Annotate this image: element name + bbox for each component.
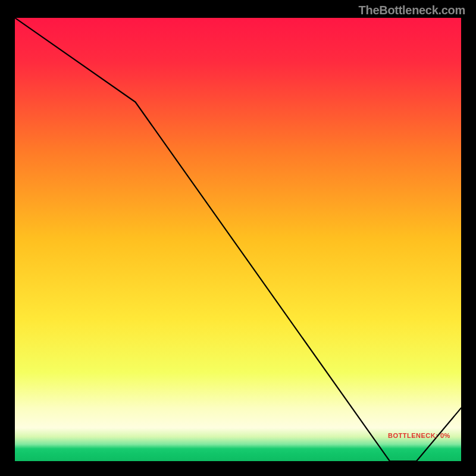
watermark-text: TheBottleneck.com (359, 4, 465, 17)
bottleneck-label: BOTTLENECK: 0% (388, 432, 450, 439)
chart-line (15, 18, 461, 461)
plot-area: BOTTLENECK: 0% (15, 18, 461, 461)
chart-container: TheBottleneck.com (0, 0, 476, 476)
